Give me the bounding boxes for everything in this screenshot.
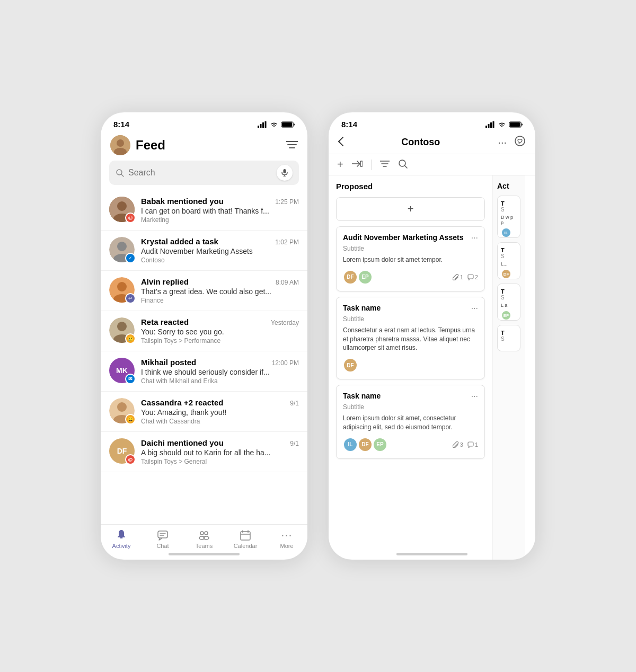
partial-task-card[interactable]: T S <box>497 325 520 351</box>
back-button[interactable] <box>338 136 343 149</box>
task-card[interactable]: Task name ··· Subtitle Lorem ipsum dolor… <box>336 385 485 459</box>
task-avatar: DF <box>358 437 373 452</box>
task-card[interactable]: Task name ··· Subtitle Consectetur a era… <box>336 297 485 379</box>
activity-sub: Tailspin Toys > General <box>141 458 299 465</box>
list-item[interactable]: DF @ Daichi mentioned you 9/1 A big shou… <box>101 432 307 472</box>
activity-top: Krystal added a task 1:02 PM <box>141 237 299 246</box>
search-icon <box>116 169 124 177</box>
feed-header: Feed <box>101 131 307 161</box>
list-item[interactable]: ↩ Alvin replied 8:09 AM That's a great i… <box>101 271 307 311</box>
avatar-wrap: DF @ <box>109 438 135 464</box>
activity-nav-icon <box>115 529 128 542</box>
chat-icon[interactable] <box>514 135 526 149</box>
activity-content: Daichi mentioned you 9/1 A big should ou… <box>141 438 299 465</box>
task-avatars: IL DF EP <box>343 437 387 452</box>
filter-icon[interactable] <box>286 139 298 152</box>
list-item[interactable]: MK ✉ Mikhail posted 12:00 PM I think we … <box>101 351 307 392</box>
wifi-icon-2 <box>498 121 506 128</box>
activity-time: 9/1 <box>290 440 299 447</box>
nav-chat[interactable]: Chat <box>142 529 183 549</box>
avatar-wrap: 😄 <box>109 398 135 423</box>
chat-header-icon <box>514 135 526 147</box>
list-item[interactable]: 😢 Reta reacted Yesterday You: Sorry to s… <box>101 311 307 351</box>
nav-teams[interactable]: Teams <box>183 529 225 549</box>
task-meta: 3 1 <box>453 441 478 448</box>
arrow-right-icon[interactable] <box>352 160 363 170</box>
add-task-button[interactable]: + <box>336 197 485 221</box>
svg-point-24 <box>117 282 127 291</box>
time-2: 8:14 <box>341 120 357 129</box>
battery-icon-2 <box>509 121 523 128</box>
badge-mention: @ <box>125 213 136 223</box>
activity-content: Reta reacted Yesterday You: Sorry to see… <box>141 317 299 344</box>
activity-msg: I can get on board with that! Thanks f..… <box>141 207 299 215</box>
partial-title: T <box>501 200 517 207</box>
user-avatar-feed[interactable] <box>110 135 130 155</box>
phones-container: 8:14 <box>101 112 535 560</box>
attachment-num: 1 <box>460 274 463 280</box>
activity-msg: A big should out to Karin for all the ha… <box>141 448 299 457</box>
svg-rect-50 <box>510 122 520 127</box>
svg-point-21 <box>117 242 127 251</box>
column-header-active: Act <box>497 182 520 190</box>
search-icon-2 <box>398 159 408 169</box>
task-avatar: EP <box>358 270 373 285</box>
partial-task-card[interactable]: T S D w p p IL <box>497 196 520 238</box>
svg-rect-3 <box>265 121 267 128</box>
activity-name: Babak mentioned you <box>141 197 224 206</box>
mic-button[interactable] <box>277 165 293 181</box>
activity-name: Mikhail posted <box>141 358 196 367</box>
svg-rect-46 <box>488 124 490 128</box>
battery-icon <box>281 121 295 128</box>
nav-more[interactable]: ··· More <box>266 529 307 549</box>
list-item[interactable]: @ Babak mentioned you 1:25 PM I can get … <box>101 190 307 231</box>
task-menu-button[interactable]: ··· <box>471 304 478 313</box>
search-bar[interactable] <box>109 161 299 185</box>
task-menu-button[interactable]: ··· <box>471 233 478 243</box>
nav-calendar[interactable]: Calendar <box>225 529 266 549</box>
avatar-wrap: ✓ <box>109 237 135 262</box>
comment-icon <box>467 274 474 280</box>
activity-top: Reta reacted Yesterday <box>141 317 299 326</box>
nav-activity[interactable]: Activity <box>101 529 142 549</box>
column-proposed: Proposed + Audit November Marketing Asse… <box>329 175 493 560</box>
task-footer: DF <box>343 358 478 373</box>
task-body: Lorem ipsum dolor sit amet, consectetur … <box>343 414 478 432</box>
task-meta: 1 2 <box>453 274 478 280</box>
nav-label-activity: Activity <box>112 543 131 549</box>
column-active-partial: Act T S D w p p IL T S L... DF T S L a <box>493 175 525 560</box>
task-subtitle: Subtitle <box>343 315 478 323</box>
svg-rect-41 <box>241 532 250 540</box>
task-footer: IL DF EP 3 <box>343 437 478 452</box>
list-item[interactable]: ✓ Krystal added a task 1:02 PM Audit Nov… <box>101 231 307 271</box>
task-menu-button[interactable]: ··· <box>471 392 478 401</box>
partial-task-card[interactable]: T S L a EP <box>497 284 520 321</box>
task-card[interactable]: Audit November Marketing Assets ··· Subt… <box>336 226 485 291</box>
toolbar-separator <box>371 160 372 170</box>
svg-rect-45 <box>485 126 487 128</box>
ellipsis-icon[interactable]: ··· <box>498 136 507 148</box>
activity-content: Mikhail posted 12:00 PM I think we shoul… <box>141 358 299 385</box>
badge-post: ✉ <box>125 374 136 384</box>
list-item[interactable]: 😄 Cassandra +2 reacted 9/1 You: Amazing,… <box>101 392 307 432</box>
activity-name: Daichi mentioned you <box>141 438 224 447</box>
search-toolbar-icon[interactable] <box>398 159 408 171</box>
filter-toolbar-icon[interactable] <box>380 160 390 170</box>
attachment-num-2: 3 <box>460 441 463 448</box>
task-avatar: EP <box>373 437 387 452</box>
svg-line-58 <box>405 166 407 168</box>
attachment-icon-2 <box>453 441 459 448</box>
task-subtitle: Subtitle <box>343 245 478 252</box>
avatar-initials: MK ✉ <box>109 358 135 383</box>
task-avatar: DF <box>343 270 358 285</box>
nav-label-chat: Chat <box>156 543 169 549</box>
add-icon[interactable]: + <box>337 158 343 171</box>
activity-content: Krystal added a task 1:02 PM Audit Novem… <box>141 237 299 264</box>
teams-nav-icon <box>198 529 210 542</box>
svg-rect-48 <box>493 121 494 128</box>
feed-title: Feed <box>136 138 165 153</box>
partial-task-card[interactable]: T S L... DF <box>497 242 520 279</box>
nav-label-more: More <box>280 543 293 549</box>
search-input[interactable] <box>128 168 272 178</box>
activity-msg: I think we should seriously consider if.… <box>141 368 299 376</box>
